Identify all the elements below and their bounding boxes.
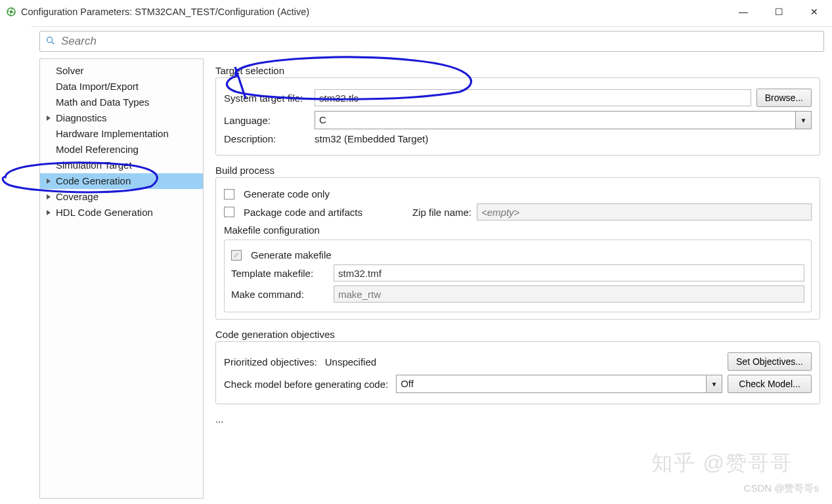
objectives-panel: Prioritized objectives: Unspecified Set …	[215, 341, 820, 404]
search-input[interactable]	[60, 34, 818, 49]
sidebar-item-label: Diagnostics	[56, 112, 107, 123]
maximize-button[interactable]: ☐	[773, 7, 785, 17]
sidebar-item-label: Simulation Target	[56, 159, 132, 171]
watermark-zhihu: 知乎 @赞哥哥	[651, 449, 793, 478]
check-model-value: Off	[396, 375, 707, 393]
category-tree: Solver Data Import/Export Math and Data …	[39, 58, 204, 499]
sidebar-item-label: Hardware Implementation	[56, 128, 169, 139]
sidebar-item-label: HDL Code Generation	[56, 207, 153, 218]
makefile-config-panel: Generate makefile Template makefile: Mak…	[224, 240, 812, 312]
language-select[interactable]: C ▼	[315, 111, 812, 129]
description-label: Description:	[224, 133, 309, 144]
sidebar-item-coverage[interactable]: Coverage	[40, 189, 203, 205]
sidebar-item-label: Model Referencing	[56, 144, 139, 155]
language-label: Language:	[224, 115, 309, 126]
template-makefile-label: Template makefile:	[231, 268, 328, 279]
sidebar-item-hdl-code-generation[interactable]: HDL Code Generation	[40, 205, 203, 220]
zip-file-name-label: Zip file name:	[412, 207, 471, 218]
check-model-button[interactable]: Check Model...	[728, 375, 812, 393]
chevron-down-icon[interactable]: ▼	[707, 375, 722, 393]
objectives-heading: Code generation objectives	[215, 329, 820, 340]
build-process-heading: Build process	[215, 165, 820, 176]
sidebar-item-label: Code Generation	[56, 175, 131, 186]
check-model-label: Check model before generating code:	[224, 379, 388, 390]
sidebar-item-data-import-export[interactable]: Data Import/Export	[40, 79, 203, 94]
watermark-csdn: CSDN @赞哥哥s	[744, 482, 819, 495]
search-icon	[45, 35, 56, 48]
window-title: Configuration Parameters: STM32CAN_TEST/…	[21, 7, 737, 17]
zip-file-name-input	[477, 203, 812, 220]
target-selection-heading: Target selection	[215, 65, 820, 76]
app-icon	[5, 6, 17, 18]
generate-code-only-label: Generate code only	[244, 188, 330, 200]
close-button[interactable]: ✕	[808, 7, 820, 17]
svg-point-1	[10, 10, 13, 14]
sidebar-item-solver[interactable]: Solver	[40, 63, 203, 79]
build-process-panel: Generate code only Package code and arti…	[215, 177, 820, 320]
browse-button[interactable]: Browse...	[756, 89, 812, 107]
check-model-select[interactable]: Off ▼	[396, 375, 722, 393]
svg-point-2	[47, 37, 53, 42]
generate-code-only-checkbox[interactable]	[224, 189, 234, 200]
generate-makefile-checkbox	[231, 250, 242, 261]
make-command-label: Make command:	[231, 289, 328, 300]
sidebar-item-label: Math and Data Types	[56, 96, 149, 108]
minimize-button[interactable]: —	[737, 7, 749, 17]
sidebar-item-hardware-implementation[interactable]: Hardware Implementation	[40, 126, 203, 142]
prioritized-objectives-value: Unspecified	[325, 356, 722, 368]
target-selection-panel: System target file: Browse... Language: …	[215, 77, 820, 156]
sidebar-item-diagnostics[interactable]: Diagnostics	[40, 110, 203, 126]
system-target-file-input[interactable]	[315, 89, 751, 106]
system-target-file-label: System target file:	[224, 93, 309, 104]
generate-makefile-label: Generate makefile	[251, 249, 332, 261]
sidebar-item-math-data-types[interactable]: Math and Data Types	[40, 94, 203, 110]
sidebar-item-label: Data Import/Export	[56, 81, 139, 92]
sidebar-item-label: Coverage	[56, 191, 99, 202]
svg-line-3	[52, 42, 54, 44]
makefile-config-heading: Makefile configuration	[224, 224, 812, 236]
package-code-label: Package code and artifacts	[244, 207, 362, 218]
sidebar-item-code-generation[interactable]: Code Generation	[40, 173, 203, 189]
template-makefile-input[interactable]	[334, 264, 804, 282]
description-value: stm32 (Embedded Target)	[315, 133, 428, 144]
chevron-down-icon[interactable]: ▼	[796, 111, 812, 129]
prioritized-objectives-label: Prioritized objectives:	[224, 356, 317, 368]
make-command-input	[334, 285, 804, 303]
sidebar-item-simulation-target[interactable]: Simulation Target	[40, 158, 203, 173]
more-options[interactable]: ...	[215, 413, 820, 425]
package-code-checkbox[interactable]	[224, 207, 234, 217]
set-objectives-button[interactable]: Set Objectives...	[728, 352, 812, 371]
sidebar-item-label: Solver	[56, 65, 84, 76]
language-value: C	[315, 111, 796, 129]
sidebar-item-model-referencing[interactable]: Model Referencing	[40, 142, 203, 158]
search-bar[interactable]	[39, 31, 824, 52]
